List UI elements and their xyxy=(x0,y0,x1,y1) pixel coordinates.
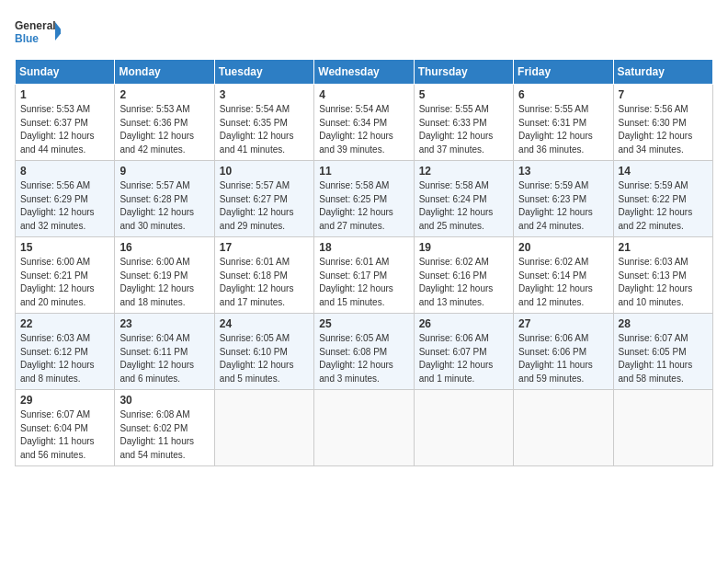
calendar-cell: 5Sunrise: 5:55 AMSunset: 6:33 PMDaylight… xyxy=(414,85,513,161)
calendar-cell: 6Sunrise: 5:55 AMSunset: 6:31 PMDaylight… xyxy=(514,85,613,161)
calendar-cell xyxy=(613,390,712,466)
day-number: 21 xyxy=(619,241,708,254)
calendar-cell: 11Sunrise: 5:58 AMSunset: 6:25 PMDayligh… xyxy=(314,161,414,237)
calendar-week-row: 8Sunrise: 5:56 AMSunset: 6:29 PMDaylight… xyxy=(16,161,713,237)
column-header-monday: Monday xyxy=(115,60,214,85)
day-detail: Sunrise: 6:08 AMSunset: 6:02 PMDaylight:… xyxy=(119,408,209,462)
column-header-tuesday: Tuesday xyxy=(214,60,313,85)
day-detail: Sunrise: 5:53 AMSunset: 6:37 PMDaylight:… xyxy=(20,103,109,156)
calendar-cell: 23Sunrise: 6:04 AMSunset: 6:11 PMDayligh… xyxy=(115,314,214,390)
calendar-cell: 18Sunrise: 6:01 AMSunset: 6:17 PMDayligh… xyxy=(314,237,414,314)
day-number: 30 xyxy=(119,394,209,407)
day-detail: Sunrise: 5:57 AMSunset: 6:27 PMDaylight:… xyxy=(220,179,309,233)
day-number: 28 xyxy=(619,317,708,330)
day-number: 20 xyxy=(518,241,608,254)
calendar-cell: 15Sunrise: 6:00 AMSunset: 6:21 PMDayligh… xyxy=(16,237,115,314)
day-number: 10 xyxy=(220,165,309,178)
day-number: 24 xyxy=(220,317,309,330)
day-number: 3 xyxy=(220,88,309,101)
day-number: 12 xyxy=(419,165,508,178)
calendar-week-row: 29Sunrise: 6:07 AMSunset: 6:04 PMDayligh… xyxy=(16,390,713,466)
day-detail: Sunrise: 5:58 AMSunset: 6:25 PMDaylight:… xyxy=(319,179,408,233)
calendar-cell: 25Sunrise: 6:05 AMSunset: 6:08 PMDayligh… xyxy=(314,314,414,390)
calendar-cell: 14Sunrise: 5:59 AMSunset: 6:22 PMDayligh… xyxy=(613,161,712,237)
logo: General Blue xyxy=(15,15,61,48)
day-detail: Sunrise: 6:06 AMSunset: 6:07 PMDaylight:… xyxy=(419,332,508,385)
day-number: 8 xyxy=(20,165,109,178)
day-detail: Sunrise: 6:07 AMSunset: 6:05 PMDaylight:… xyxy=(619,332,708,385)
day-number: 27 xyxy=(518,317,608,330)
calendar-cell: 22Sunrise: 6:03 AMSunset: 6:12 PMDayligh… xyxy=(16,314,115,390)
calendar-cell xyxy=(414,390,513,466)
calendar-cell: 28Sunrise: 6:07 AMSunset: 6:05 PMDayligh… xyxy=(613,314,712,390)
day-detail: Sunrise: 5:53 AMSunset: 6:36 PMDaylight:… xyxy=(119,103,209,156)
calendar-header-row: SundayMondayTuesdayWednesdayThursdayFrid… xyxy=(16,60,713,85)
column-header-saturday: Saturday xyxy=(613,60,712,85)
day-number: 9 xyxy=(119,165,209,178)
column-header-wednesday: Wednesday xyxy=(314,60,414,85)
svg-marker-2 xyxy=(55,22,61,40)
day-detail: Sunrise: 5:59 AMSunset: 6:22 PMDaylight:… xyxy=(619,179,708,233)
day-detail: Sunrise: 6:05 AMSunset: 6:10 PMDaylight:… xyxy=(220,332,309,385)
calendar-cell: 8Sunrise: 5:56 AMSunset: 6:29 PMDaylight… xyxy=(16,161,115,237)
calendar-cell: 26Sunrise: 6:06 AMSunset: 6:07 PMDayligh… xyxy=(414,314,513,390)
calendar-cell: 20Sunrise: 6:02 AMSunset: 6:14 PMDayligh… xyxy=(514,237,613,314)
calendar-week-row: 22Sunrise: 6:03 AMSunset: 6:12 PMDayligh… xyxy=(16,314,713,390)
calendar-cell: 2Sunrise: 5:53 AMSunset: 6:36 PMDaylight… xyxy=(115,85,214,161)
day-number: 2 xyxy=(119,88,209,101)
svg-text:General: General xyxy=(15,19,56,32)
day-detail: Sunrise: 6:03 AMSunset: 6:12 PMDaylight:… xyxy=(20,332,109,385)
calendar-cell: 24Sunrise: 6:05 AMSunset: 6:10 PMDayligh… xyxy=(214,314,313,390)
column-header-friday: Friday xyxy=(514,60,613,85)
day-number: 16 xyxy=(119,241,209,254)
day-number: 23 xyxy=(119,317,209,330)
day-detail: Sunrise: 5:57 AMSunset: 6:28 PMDaylight:… xyxy=(119,179,209,233)
day-detail: Sunrise: 6:02 AMSunset: 6:16 PMDaylight:… xyxy=(419,256,508,309)
calendar-cell xyxy=(514,390,613,466)
calendar-cell: 17Sunrise: 6:01 AMSunset: 6:18 PMDayligh… xyxy=(214,237,313,314)
calendar-week-row: 1Sunrise: 5:53 AMSunset: 6:37 PMDaylight… xyxy=(16,85,713,161)
calendar-cell: 13Sunrise: 5:59 AMSunset: 6:23 PMDayligh… xyxy=(514,161,613,237)
day-number: 17 xyxy=(220,241,309,254)
day-number: 14 xyxy=(619,165,708,178)
day-number: 29 xyxy=(20,394,109,407)
day-number: 13 xyxy=(518,165,608,178)
day-number: 4 xyxy=(319,88,408,101)
day-number: 19 xyxy=(419,241,508,254)
calendar-cell: 16Sunrise: 6:00 AMSunset: 6:19 PMDayligh… xyxy=(115,237,214,314)
svg-text:Blue: Blue xyxy=(15,32,39,45)
day-number: 15 xyxy=(20,241,109,254)
day-detail: Sunrise: 5:54 AMSunset: 6:34 PMDaylight:… xyxy=(319,103,408,156)
calendar-cell: 30Sunrise: 6:08 AMSunset: 6:02 PMDayligh… xyxy=(115,390,214,466)
calendar-cell: 9Sunrise: 5:57 AMSunset: 6:28 PMDaylight… xyxy=(115,161,214,237)
column-header-thursday: Thursday xyxy=(414,60,513,85)
day-number: 18 xyxy=(319,241,408,254)
day-detail: Sunrise: 6:01 AMSunset: 6:17 PMDaylight:… xyxy=(319,256,408,309)
day-detail: Sunrise: 6:07 AMSunset: 6:04 PMDaylight:… xyxy=(20,408,109,462)
column-header-sunday: Sunday xyxy=(16,60,115,85)
calendar-cell: 4Sunrise: 5:54 AMSunset: 6:34 PMDaylight… xyxy=(314,85,414,161)
calendar-cell: 1Sunrise: 5:53 AMSunset: 6:37 PMDaylight… xyxy=(16,85,115,161)
day-detail: Sunrise: 6:00 AMSunset: 6:19 PMDaylight:… xyxy=(119,256,209,309)
day-number: 7 xyxy=(619,88,708,101)
calendar-table: SundayMondayTuesdayWednesdayThursdayFrid… xyxy=(15,59,713,466)
day-detail: Sunrise: 6:04 AMSunset: 6:11 PMDaylight:… xyxy=(119,332,209,385)
day-detail: Sunrise: 5:55 AMSunset: 6:33 PMDaylight:… xyxy=(419,103,508,156)
calendar-cell: 19Sunrise: 6:02 AMSunset: 6:16 PMDayligh… xyxy=(414,237,513,314)
day-detail: Sunrise: 5:56 AMSunset: 6:30 PMDaylight:… xyxy=(619,103,708,156)
day-detail: Sunrise: 5:54 AMSunset: 6:35 PMDaylight:… xyxy=(220,103,309,156)
day-number: 11 xyxy=(319,165,408,178)
day-detail: Sunrise: 6:00 AMSunset: 6:21 PMDaylight:… xyxy=(20,256,109,309)
calendar-cell: 27Sunrise: 6:06 AMSunset: 6:06 PMDayligh… xyxy=(514,314,613,390)
logo-svg: General Blue xyxy=(15,15,61,48)
calendar-cell: 12Sunrise: 5:58 AMSunset: 6:24 PMDayligh… xyxy=(414,161,513,237)
day-number: 5 xyxy=(419,88,508,101)
day-detail: Sunrise: 5:55 AMSunset: 6:31 PMDaylight:… xyxy=(518,103,608,156)
day-detail: Sunrise: 6:02 AMSunset: 6:14 PMDaylight:… xyxy=(518,256,608,309)
calendar-cell xyxy=(314,390,414,466)
page-header: General Blue xyxy=(15,15,713,48)
day-detail: Sunrise: 6:05 AMSunset: 6:08 PMDaylight:… xyxy=(319,332,408,385)
day-detail: Sunrise: 6:03 AMSunset: 6:13 PMDaylight:… xyxy=(619,256,708,309)
day-number: 26 xyxy=(419,317,508,330)
calendar-cell: 29Sunrise: 6:07 AMSunset: 6:04 PMDayligh… xyxy=(16,390,115,466)
